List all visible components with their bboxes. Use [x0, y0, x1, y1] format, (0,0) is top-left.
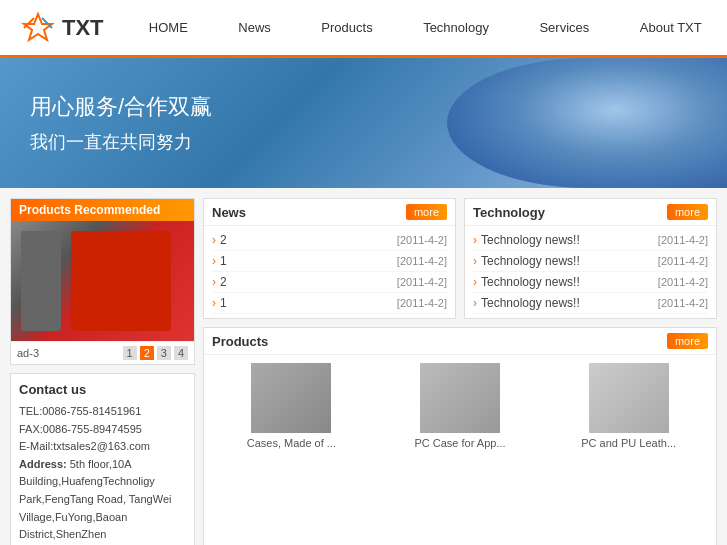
- contact-tel: TEL:0086-755-81451961: [19, 403, 186, 421]
- address-value: 5th floor,10A Building,HuafengTechnoligy…: [19, 458, 171, 540]
- product-name-2[interactable]: PC Case for App...: [414, 437, 505, 449]
- page-4[interactable]: 4: [174, 346, 188, 360]
- tech-item-1: › Technology news!! [2011-4-2]: [473, 230, 708, 251]
- tech-arrow-3: ›: [473, 275, 477, 289]
- banner: 用心服务/合作双赢 我们一直在共同努力: [0, 58, 727, 188]
- products-panel-title: Products: [212, 334, 268, 349]
- news-arrow-1: ›: [212, 233, 216, 247]
- nav-products[interactable]: Products: [311, 15, 382, 40]
- tech-arrow-2: ›: [473, 254, 477, 268]
- products-panel-header: Products more: [204, 328, 716, 355]
- logo: TXT: [0, 10, 124, 46]
- tech-arrow-4: ›: [473, 296, 477, 310]
- tech-date-3: [2011-4-2]: [658, 276, 708, 288]
- header: TXT HOME News Products Technology Servic…: [0, 0, 727, 58]
- logo-text: TXT: [62, 15, 104, 41]
- news-title-4[interactable]: 1: [220, 296, 397, 310]
- product-name-1[interactable]: Cases, Made of ...: [247, 437, 336, 449]
- tech-date-1: [2011-4-2]: [658, 234, 708, 246]
- sidebar: Products Recommended ad-3 1 2 3 4 Contac…: [10, 198, 195, 545]
- tech-item-3: › Technology news!! [2011-4-2]: [473, 272, 708, 293]
- banner-globe: [447, 58, 727, 188]
- nav-about[interactable]: About TXT: [630, 15, 712, 40]
- logo-icon: [20, 10, 56, 46]
- news-date-4: [2011-4-2]: [397, 297, 447, 309]
- news-title-1[interactable]: 2: [220, 233, 397, 247]
- tech-title-2[interactable]: Technology news!!: [481, 254, 658, 268]
- ad-label: ad-3: [17, 347, 39, 359]
- tech-item-2: › Technology news!! [2011-4-2]: [473, 251, 708, 272]
- banner-line2: 我们一直在共同努力: [30, 130, 212, 154]
- news-panel: News more › 2 [2011-4-2] › 1 [2011-4-2]: [203, 198, 456, 319]
- page-3[interactable]: 3: [157, 346, 171, 360]
- news-title: News: [212, 205, 246, 220]
- products-panel: Products more Cases, Made of ... PC Case…: [203, 327, 717, 545]
- news-date-3: [2011-4-2]: [397, 276, 447, 288]
- content: Products Recommended ad-3 1 2 3 4 Contac…: [0, 188, 727, 545]
- news-item-1: › 2 [2011-4-2]: [212, 230, 447, 251]
- tech-date-2: [2011-4-2]: [658, 255, 708, 267]
- rec-image: [11, 221, 194, 341]
- news-list: › 2 [2011-4-2] › 1 [2011-4-2] › 2 [2011-…: [204, 226, 455, 318]
- nav-home[interactable]: HOME: [139, 15, 198, 40]
- news-title-2[interactable]: 1: [220, 254, 397, 268]
- rec-title: Products Recommended: [11, 199, 194, 221]
- address-label: Address:: [19, 458, 67, 470]
- banner-line1: 用心服务/合作双赢: [30, 92, 212, 122]
- main-nav: HOME News Products Technology Services A…: [124, 15, 727, 40]
- contact-address: Address: 5th floor,10A Building,HuafengT…: [19, 456, 186, 544]
- contact-email: E-Mail:txtsales2@163.com: [19, 438, 186, 456]
- product-item-3: PC and PU Leath...: [549, 363, 708, 449]
- tech-list: › Technology news!! [2011-4-2] › Technol…: [465, 226, 716, 318]
- news-date-2: [2011-4-2]: [397, 255, 447, 267]
- svg-marker-0: [24, 14, 52, 40]
- tech-title: Technology: [473, 205, 545, 220]
- tech-title-1[interactable]: Technology news!!: [481, 233, 658, 247]
- product-thumb-1: [251, 363, 331, 433]
- nav-services[interactable]: Services: [529, 15, 599, 40]
- news-date-1: [2011-4-2]: [397, 234, 447, 246]
- tech-date-4: [2011-4-2]: [658, 297, 708, 309]
- products-more-button[interactable]: more: [667, 333, 708, 349]
- tech-more-button[interactable]: more: [667, 204, 708, 220]
- news-arrow-4: ›: [212, 296, 216, 310]
- products-recommended: Products Recommended ad-3 1 2 3 4: [10, 198, 195, 365]
- tech-title-4[interactable]: Technology news!!: [481, 296, 658, 310]
- product-item-2: PC Case for App...: [381, 363, 540, 449]
- product-name-3[interactable]: PC and PU Leath...: [581, 437, 676, 449]
- news-more-button[interactable]: more: [406, 204, 447, 220]
- top-panels: News more › 2 [2011-4-2] › 1 [2011-4-2]: [203, 198, 717, 319]
- news-item-3: › 2 [2011-4-2]: [212, 272, 447, 293]
- tech-item-4: › Technology news!! [2011-4-2]: [473, 293, 708, 314]
- contact-fax: FAX:0086-755-89474595: [19, 421, 186, 439]
- news-arrow-3: ›: [212, 275, 216, 289]
- tech-panel-header: Technology more: [465, 199, 716, 226]
- news-arrow-2: ›: [212, 254, 216, 268]
- banner-text: 用心服务/合作双赢 我们一直在共同努力: [0, 72, 242, 174]
- news-item-4: › 1 [2011-4-2]: [212, 293, 447, 314]
- product-thumb-3: [589, 363, 669, 433]
- product-item-1: Cases, Made of ...: [212, 363, 371, 449]
- page-nums: 1 2 3 4: [123, 346, 189, 360]
- page-2[interactable]: 2: [140, 346, 154, 360]
- contact-title: Contact us: [19, 382, 186, 397]
- tech-arrow-1: ›: [473, 233, 477, 247]
- rec-image-area: [11, 221, 194, 341]
- rec-nav: ad-3 1 2 3 4: [11, 341, 194, 364]
- news-panel-header: News more: [204, 199, 455, 226]
- nav-news[interactable]: News: [228, 15, 281, 40]
- nav-technology[interactable]: Technology: [413, 15, 499, 40]
- main-content: News more › 2 [2011-4-2] › 1 [2011-4-2]: [203, 198, 717, 545]
- product-thumb-2: [420, 363, 500, 433]
- tech-panel: Technology more › Technology news!! [201…: [464, 198, 717, 319]
- products-grid: Cases, Made of ... PC Case for App... PC…: [204, 355, 716, 457]
- news-title-3[interactable]: 2: [220, 275, 397, 289]
- tech-title-3[interactable]: Technology news!!: [481, 275, 658, 289]
- page-1[interactable]: 1: [123, 346, 137, 360]
- news-item-2: › 1 [2011-4-2]: [212, 251, 447, 272]
- contact-box: Contact us TEL:0086-755-81451961 FAX:008…: [10, 373, 195, 545]
